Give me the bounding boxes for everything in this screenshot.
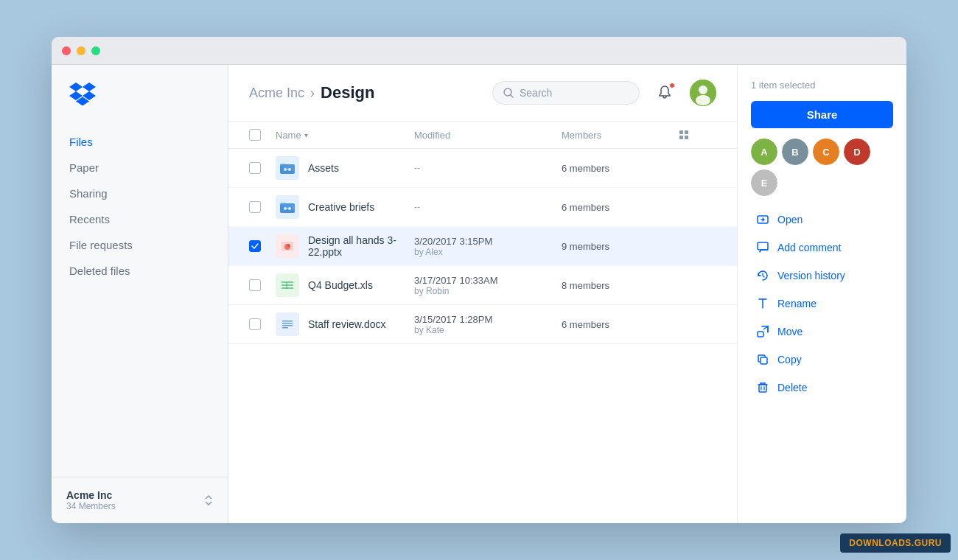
select-all-checkbox[interactable] bbox=[249, 129, 261, 141]
file-name-creative: Creative briefs bbox=[308, 201, 374, 213]
member-avatar[interactable]: C bbox=[813, 139, 839, 165]
action-version-history[interactable]: Version history bbox=[751, 262, 893, 289]
header-actions bbox=[492, 80, 716, 106]
sidebar-item-sharing[interactable]: Sharing bbox=[60, 181, 219, 206]
docx-icon bbox=[276, 312, 299, 336]
member-avatar[interactable]: B bbox=[782, 139, 808, 165]
logo-area bbox=[52, 83, 228, 130]
member-avatar[interactable]: D bbox=[844, 139, 870, 165]
svg-rect-25 bbox=[758, 242, 768, 250]
row-checkbox[interactable] bbox=[249, 201, 276, 213]
row-checkbox[interactable] bbox=[249, 318, 276, 330]
titlebar bbox=[52, 37, 906, 65]
search-input[interactable] bbox=[520, 87, 629, 99]
svg-rect-29 bbox=[761, 357, 767, 364]
svg-point-9 bbox=[284, 207, 287, 210]
avatar-5: E bbox=[751, 169, 777, 196]
row-name: Assets bbox=[276, 156, 414, 180]
header-modified: Modified bbox=[414, 130, 562, 141]
table-row[interactable]: Assets -- 6 members bbox=[228, 149, 737, 188]
svg-point-10 bbox=[288, 207, 291, 210]
row-modified-creative: -- bbox=[414, 202, 562, 212]
notifications-button[interactable] bbox=[651, 80, 678, 106]
member-avatar[interactable]: E bbox=[751, 169, 777, 196]
svg-rect-19 bbox=[279, 316, 296, 332]
row-modified-staff: 3/15/2017 1:28PM by Kate bbox=[414, 314, 562, 335]
user-avatar[interactable] bbox=[690, 80, 716, 106]
header-view-toggle[interactable] bbox=[679, 130, 716, 139]
row-members-design: 9 members bbox=[562, 241, 679, 252]
svg-rect-20 bbox=[282, 321, 293, 322]
grid-view-icon[interactable] bbox=[679, 130, 688, 139]
action-add-comment[interactable]: Add comment bbox=[751, 234, 893, 261]
titlebar-dot-green bbox=[91, 46, 100, 55]
sidebar-item-file-requests[interactable]: File requests bbox=[60, 233, 219, 257]
share-button[interactable]: Share bbox=[751, 101, 893, 128]
row-name: Creative briefs bbox=[276, 195, 414, 219]
header-checkbox-col bbox=[249, 129, 276, 141]
action-copy-label: Copy bbox=[777, 354, 802, 365]
row-checkbox-staff[interactable] bbox=[249, 318, 261, 330]
folder-shared-icon bbox=[276, 156, 299, 180]
row-checkbox[interactable] bbox=[249, 279, 276, 291]
xlsx-icon bbox=[276, 273, 299, 297]
org-name: Acme Inc bbox=[66, 489, 116, 501]
check-icon bbox=[251, 243, 259, 249]
file-name-assets: Assets bbox=[308, 162, 339, 174]
history-icon bbox=[755, 268, 770, 283]
action-copy[interactable]: Copy bbox=[751, 346, 893, 373]
action-move[interactable]: Move bbox=[751, 318, 893, 345]
action-move-label: Move bbox=[777, 326, 803, 337]
xlsx-svg bbox=[279, 277, 296, 293]
table-row[interactable]: Q4 Budget.xls 3/17/2017 10:33AM by Robin… bbox=[228, 266, 737, 305]
search-bar[interactable] bbox=[492, 81, 640, 105]
main-content: Acme Inc › Design bbox=[228, 65, 737, 523]
action-delete[interactable]: Delete bbox=[751, 374, 893, 401]
move-icon bbox=[755, 324, 770, 339]
sidebar-item-recents[interactable]: Recents bbox=[60, 207, 219, 231]
svg-rect-28 bbox=[758, 332, 763, 337]
row-modified-budget: 3/17/2017 10:33AM by Robin bbox=[414, 275, 562, 296]
watermark: DOWNLOADS.GURU bbox=[840, 533, 951, 553]
action-open-label: Open bbox=[777, 214, 803, 225]
action-open[interactable]: Open bbox=[751, 206, 893, 233]
sidebar-item-deleted-files[interactable]: Deleted files bbox=[60, 259, 219, 283]
app-window: Files Paper Sharing Recents File request… bbox=[52, 37, 906, 523]
svg-rect-23 bbox=[282, 327, 288, 329]
titlebar-dot-red bbox=[62, 46, 71, 55]
action-delete-label: Delete bbox=[777, 382, 807, 393]
table-row[interactable]: Staff review.docx 3/15/2017 1:28PM by Ka… bbox=[228, 305, 737, 344]
user-avatar-image bbox=[690, 80, 716, 106]
row-checkbox-design[interactable] bbox=[249, 240, 261, 252]
member-avatar[interactable]: A bbox=[751, 139, 777, 165]
org-members: 34 Members bbox=[66, 501, 116, 511]
delete-icon bbox=[755, 380, 770, 395]
sidebar-footer: Acme Inc 34 Members bbox=[52, 477, 228, 523]
sidebar-item-paper[interactable]: Paper bbox=[60, 155, 219, 180]
dropbox-logo bbox=[69, 83, 96, 106]
row-checkbox-assets[interactable] bbox=[249, 162, 261, 174]
header-members: Members bbox=[562, 130, 679, 141]
svg-point-3 bbox=[699, 85, 707, 94]
table-row[interactable]: Creative briefs -- 6 members bbox=[228, 188, 737, 227]
shared-folder-svg bbox=[280, 201, 295, 213]
table-row[interactable]: Design all hands 3-22.pptx 3/20/2017 3:1… bbox=[228, 227, 737, 266]
action-rename[interactable]: Rename bbox=[751, 290, 893, 317]
org-switcher[interactable] bbox=[204, 495, 213, 505]
header-name[interactable]: Name ▾ bbox=[276, 130, 414, 141]
row-checkbox-budget[interactable] bbox=[249, 279, 261, 291]
comment-icon bbox=[755, 240, 770, 255]
sidebar-item-files[interactable]: Files bbox=[60, 130, 219, 154]
row-checkbox-creative[interactable] bbox=[249, 201, 261, 213]
svg-point-6 bbox=[284, 168, 287, 171]
table-header: Name ▾ Modified Members bbox=[228, 122, 737, 149]
row-members-assets: 6 members bbox=[562, 163, 679, 174]
member-avatars: A B C D E bbox=[751, 139, 893, 196]
row-name: Q4 Budget.xls bbox=[276, 273, 414, 297]
action-history-label: Version history bbox=[777, 270, 845, 281]
avatar-1: A bbox=[751, 139, 777, 165]
org-info: Acme Inc 34 Members bbox=[66, 489, 116, 511]
avatar-3: C bbox=[813, 139, 839, 165]
row-checkbox[interactable] bbox=[249, 162, 276, 174]
row-checkbox[interactable] bbox=[249, 240, 276, 252]
